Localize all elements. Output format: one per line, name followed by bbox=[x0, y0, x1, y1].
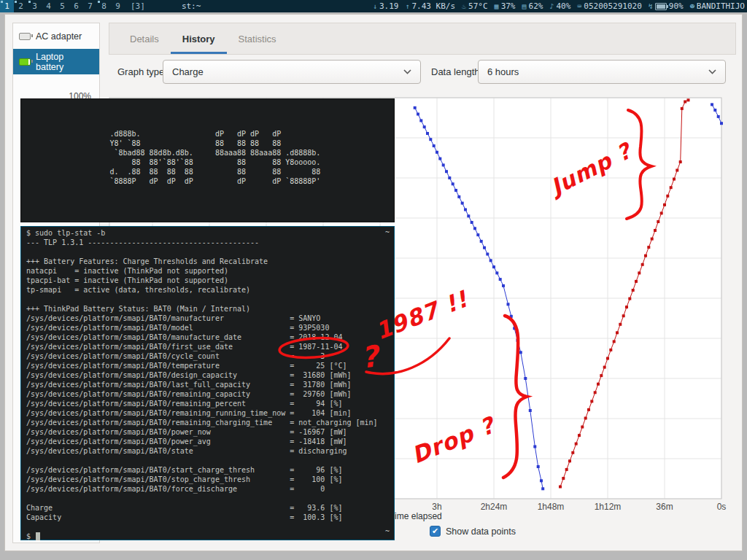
status-memory: ▤62% bbox=[522, 1, 543, 11]
device-item-ac-adapter[interactable]: AC adapter bbox=[13, 23, 99, 49]
workspace-tag-4[interactable]: 4 bbox=[42, 0, 55, 12]
workspace-tag-1[interactable]: 1 bbox=[0, 0, 14, 12]
status-text: 90% bbox=[669, 1, 684, 11]
terminal-window-tlp[interactable]: $ sudo tlp-stat -b --- TLP 1.3.1 -------… bbox=[20, 226, 395, 540]
desktop: 123456789 [3] st:~ ↓3.19↑7.43 KB/s♨57°C▦… bbox=[0, 0, 747, 560]
x-tick-3h: 3h bbox=[432, 502, 441, 512]
workspace-tag-8[interactable]: 8 bbox=[97, 0, 111, 12]
net-down-icon: ↓ bbox=[373, 2, 377, 10]
x-tick-1h12m: 1h12m bbox=[595, 502, 622, 512]
data-length-dropdown[interactable]: 6 hours bbox=[478, 60, 726, 84]
status-temperature: ♨57°C bbox=[462, 1, 488, 11]
status-bar: 123456789 [3] st:~ ↓3.19↑7.43 KB/s♨57°C▦… bbox=[0, 0, 747, 12]
workspace-tag-7[interactable]: 7 bbox=[83, 0, 97, 12]
status-keyboard: ⌨052005291020 bbox=[577, 1, 642, 11]
battery-icon: ↯ bbox=[649, 2, 653, 10]
workspace-tags: 123456789 bbox=[0, 0, 125, 12]
memory-icon: ▤ bbox=[522, 2, 527, 10]
status-modules: ↓3.19↑7.43 KB/s♨57°C▦37%▤62%♪40%⌨0520052… bbox=[373, 1, 747, 11]
x-tick-1h48m: 1h48m bbox=[538, 502, 565, 512]
graph-type-value: Charge bbox=[172, 66, 204, 77]
terminal-ascii-art: .d888b. dP dP dP dP Y8' `88 88 88 88 88 … bbox=[21, 99, 394, 206]
chevron-down-icon bbox=[708, 69, 716, 74]
x-axis-title: Time elapsed bbox=[390, 511, 442, 521]
terminal-window-art[interactable]: .d888b. dP dP dP dP Y8' `88 88 88 88 88 … bbox=[20, 98, 395, 222]
workspace-tag-9[interactable]: 9 bbox=[111, 0, 125, 12]
x-tick-2h24m: 2h24m bbox=[481, 502, 508, 512]
data-length-value: 6 hours bbox=[487, 66, 519, 77]
status-text: BANDITHIJO bbox=[697, 1, 745, 11]
workspace-tag-3[interactable]: 3 bbox=[28, 0, 42, 12]
terminal-indicator-bottom: ~ bbox=[385, 527, 390, 535]
terminal-output: $ sudo tlp-stat -b --- TLP 1.3.1 -------… bbox=[21, 227, 394, 542]
disk-icon: ▦ bbox=[495, 2, 499, 10]
x-tick-0s: 0s bbox=[717, 502, 727, 512]
focused-window-title: st:~ bbox=[182, 1, 201, 11]
workspace-tag-2[interactable]: 2 bbox=[14, 0, 28, 12]
status-battery: ↯90% bbox=[649, 1, 684, 11]
device-item-laptop-battery[interactable]: Laptop battery bbox=[13, 49, 99, 74]
status-volume: ♪40% bbox=[549, 1, 570, 11]
tab-details[interactable]: Details bbox=[118, 23, 171, 54]
status-net-up: ↑7.43 KB/s bbox=[405, 1, 455, 11]
temperature-icon: ♨ bbox=[462, 2, 466, 10]
terminal-indicator-top: ~ bbox=[385, 228, 390, 236]
layout-indicator: [3] bbox=[131, 1, 145, 11]
chart-footer: Show data points bbox=[430, 526, 516, 537]
workspace-tag-6[interactable]: 6 bbox=[69, 0, 83, 12]
tab-history[interactable]: History bbox=[171, 23, 227, 54]
terminal-cursor bbox=[36, 532, 40, 540]
volume-icon: ♪ bbox=[549, 2, 554, 10]
status-text: 7.43 KB/s bbox=[411, 1, 455, 11]
workspace-tag-5[interactable]: 5 bbox=[55, 0, 69, 12]
status-text: 052005291020 bbox=[584, 1, 641, 11]
graph-type-dropdown[interactable]: Charge bbox=[163, 60, 421, 84]
laptop-battery-icon bbox=[19, 58, 31, 66]
graph-type-label: Graph type: bbox=[117, 66, 167, 77]
status-text: 62% bbox=[529, 1, 543, 11]
chevron-down-icon bbox=[403, 69, 411, 74]
device-label: AC adapter bbox=[36, 31, 82, 42]
show-data-points-label: Show data points bbox=[446, 526, 516, 537]
status-net-down: ↓3.19 bbox=[373, 1, 399, 11]
tab-statistics[interactable]: Statistics bbox=[227, 23, 288, 54]
status-text: 3.19 bbox=[379, 1, 399, 11]
status-text: 37% bbox=[501, 1, 516, 11]
x-tick-36m: 36m bbox=[656, 502, 673, 512]
show-data-points-checkbox[interactable] bbox=[430, 526, 441, 537]
status-disk: ▦37% bbox=[495, 1, 516, 11]
status-text: 57°C bbox=[468, 1, 488, 11]
battery-level-icon bbox=[655, 3, 667, 10]
user-icon: ☻ bbox=[690, 2, 694, 10]
tab-bar: DetailsHistoryStatistics bbox=[109, 23, 736, 55]
device-label: Laptop battery bbox=[36, 52, 93, 72]
net-up-icon: ↑ bbox=[405, 2, 409, 10]
status-user: ☻BANDITHIJO bbox=[690, 1, 745, 11]
status-text: 40% bbox=[556, 1, 570, 11]
keyboard-icon: ⌨ bbox=[577, 2, 581, 10]
data-length-label: Data length: bbox=[431, 66, 482, 77]
ac-adapter-icon bbox=[19, 33, 31, 40]
